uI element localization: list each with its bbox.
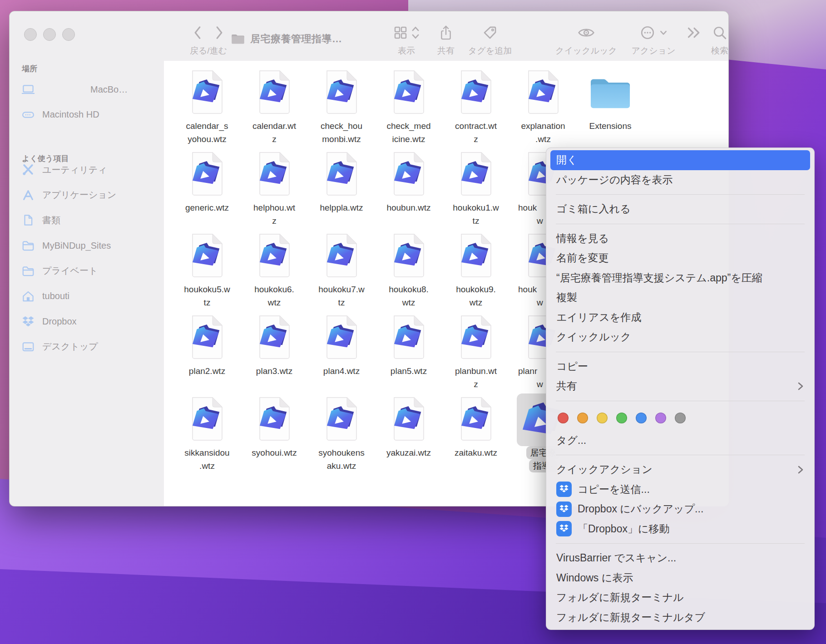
utilities-icon xyxy=(21,163,35,177)
sidebar-item-[interactable]: 書類 xyxy=(21,211,160,229)
file-name-line: houkoku9. xyxy=(442,283,509,296)
purple-tag-icon[interactable] xyxy=(655,413,666,423)
file-item[interactable]: houkoku6.wtz xyxy=(241,233,308,309)
sidebar-item-[interactable]: アプリケーション xyxy=(21,186,160,204)
file-item[interactable]: plan2.wtz xyxy=(173,315,241,378)
file-item[interactable]: plan4.wtz xyxy=(308,315,375,378)
quicklook-button[interactable]: クイックルック xyxy=(541,22,632,57)
file-item[interactable]: houkoku8.wtz xyxy=(375,233,442,309)
file-item[interactable]: houbun.wtz xyxy=(375,151,442,214)
green-tag-icon[interactable] xyxy=(616,413,627,423)
menu-item-[interactable]: 情報を見る xyxy=(550,229,810,249)
menu-item-[interactable]: ゴミ箱に入れる xyxy=(550,199,810,219)
file-item[interactable]: plan5.wtz xyxy=(375,315,442,378)
menu-item-[interactable]: 共有 xyxy=(550,376,810,396)
file-name-line: z xyxy=(241,133,308,146)
menu-item-[interactable]: クイックルック xyxy=(550,327,810,347)
sidebar-item-[interactable]: プライベート xyxy=(21,262,160,280)
file-item[interactable]: calendar_syohou.wtz xyxy=(173,69,241,146)
menu-item-[interactable]: タグ... xyxy=(550,431,810,451)
wtz-file-icon xyxy=(241,315,308,362)
menu-item-windows[interactable]: Windows に表示 xyxy=(550,568,810,588)
file-name-line: plan3.wtz xyxy=(241,364,308,378)
submenu-chevron-icon xyxy=(797,381,804,392)
sidebar-item-mybindup_sites[interactable]: MyBiNDup_Sites xyxy=(21,236,160,255)
add-tag-button[interactable]: タグを追加 xyxy=(455,22,525,57)
file-name: houkoku9.wtz xyxy=(442,283,509,309)
file-item[interactable]: houkoku5.wtz xyxy=(173,233,241,309)
menu-item-[interactable]: コピー xyxy=(550,357,810,377)
sidebar-item-[interactable]: ユーティリティ xyxy=(21,161,160,179)
menu-item-virusbarrier[interactable]: VirusBarrier でスキャン... xyxy=(550,548,810,568)
file-item[interactable]: check_houmonbi.wtz xyxy=(308,69,375,146)
menu-item-label: クイックアクション xyxy=(556,462,653,477)
file-item[interactable]: helppla.wtz xyxy=(308,151,375,214)
file-item[interactable]: contract.wtz xyxy=(442,69,509,146)
file-item[interactable]: houkoku7.wtz xyxy=(308,233,375,309)
file-name: check_medicine.wtz xyxy=(375,119,442,146)
back-forward-label: 戻る/進む xyxy=(182,45,235,57)
menu-item-label: タグ... xyxy=(556,433,586,447)
file-item[interactable]: syohoui.wtz xyxy=(241,396,308,459)
menu-item-dropbox[interactable]: Dropbox にバックアップ... xyxy=(550,499,810,519)
close-button[interactable] xyxy=(24,28,37,41)
zoom-button[interactable] xyxy=(62,28,75,41)
file-item[interactable]: yakuzai.wtz xyxy=(375,396,442,459)
sidebar-item-macbo[interactable]: MacBo… xyxy=(21,80,160,98)
wtz-file-icon xyxy=(442,233,509,280)
desktop-icon xyxy=(21,340,35,354)
sidebar-item-macintoshhd[interactable]: Macintosh HD xyxy=(21,106,160,124)
wtz-document-icon xyxy=(189,233,225,278)
menu-item-[interactable]: フォルダに新規ターミナル xyxy=(550,588,810,608)
menu-item-[interactable]: コピーを送信... xyxy=(550,480,810,500)
menu-item-[interactable]: エイリアスを作成 xyxy=(550,308,810,328)
file-item[interactable]: generic.wtz xyxy=(173,151,241,214)
back-icon[interactable] xyxy=(192,25,203,40)
wtz-document-icon xyxy=(458,315,494,360)
folder-icon xyxy=(21,239,35,252)
grid-view-icon xyxy=(393,25,408,40)
red-tag-icon[interactable] xyxy=(558,413,569,423)
minimize-button[interactable] xyxy=(43,28,56,41)
menu-item-[interactable]: 開く xyxy=(550,150,810,170)
file-item[interactable]: houkoku1.wtz xyxy=(442,151,509,227)
sidebar-item-dropbox[interactable]: Dropbox xyxy=(21,312,160,330)
menu-item-[interactable]: 名前を変更 xyxy=(550,248,810,268)
yellow-tag-icon[interactable] xyxy=(597,413,608,423)
orange-tag-icon[interactable] xyxy=(577,413,588,423)
wtz-file-icon xyxy=(308,151,375,198)
search-button[interactable]: 検索 xyxy=(698,22,742,57)
file-item[interactable]: syohoukensaku.wtz xyxy=(308,396,375,472)
file-item[interactable]: plan3.wtz xyxy=(241,315,308,378)
menu-item-dropbox[interactable]: 「Dropbox」に移動 xyxy=(550,519,810,539)
forward-icon[interactable] xyxy=(213,25,225,40)
file-item[interactable]: explanation.wtz xyxy=(509,69,577,146)
blue-tag-icon[interactable] xyxy=(636,413,647,423)
wtz-document-icon xyxy=(256,233,292,278)
menu-item-[interactable]: フォルダに新規ターミナルタブ xyxy=(550,608,810,628)
gray-tag-icon[interactable] xyxy=(675,413,686,423)
file-item[interactable]: zaitaku.wtz xyxy=(442,396,509,459)
action-button[interactable]: アクション xyxy=(622,22,685,57)
menu-item-[interactable]: クイックアクション xyxy=(550,460,810,480)
menu-item-[interactable]: 複製 xyxy=(550,288,810,308)
file-item[interactable]: sikkansidou.wtz xyxy=(173,396,241,472)
laptop-icon xyxy=(21,83,35,96)
menu-item-[interactable]: パッケージの内容を表示 xyxy=(550,170,810,190)
file-item[interactable]: helphou.wtz xyxy=(241,151,308,227)
file-item[interactable]: Extensions xyxy=(577,69,644,133)
sidebar-item-[interactable]: デスクトップ xyxy=(21,338,160,356)
file-item[interactable]: houkoku9.wtz xyxy=(442,233,509,309)
file-item[interactable]: calendar.wtz xyxy=(241,69,308,146)
menu-item-app[interactable]: “居宅療養管理指導支援システム.app”を圧縮 xyxy=(550,268,810,288)
tag-icon xyxy=(482,25,498,40)
sidebar-item-label: Dropbox xyxy=(42,316,77,327)
menu-item-label: エイリアスを作成 xyxy=(556,310,641,324)
file-item[interactable]: check_medicine.wtz xyxy=(375,69,442,146)
window-title: 居宅療養管理指導… xyxy=(250,32,342,46)
file-name: plan3.wtz xyxy=(241,364,308,378)
file-item[interactable]: planbun.wtz xyxy=(442,315,509,391)
view-button[interactable]: 表示 xyxy=(385,22,428,57)
file-name: sikkansidou.wtz xyxy=(173,446,241,472)
sidebar-item-tubouti[interactable]: tubouti xyxy=(21,287,160,305)
